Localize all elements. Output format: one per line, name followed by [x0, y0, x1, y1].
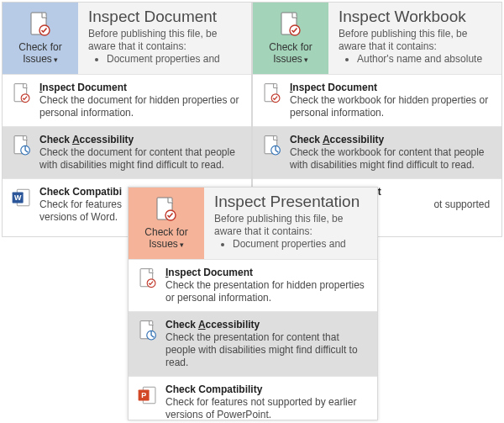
menu-item-desc: Check for features not supported by earl…: [165, 396, 369, 421]
menu-item-desc: Check the presentation for content that …: [165, 331, 369, 369]
accessibility-icon: [137, 320, 159, 341]
header-bullet: Document properties and: [107, 53, 243, 65]
check-for-issues-button[interactable]: Check forIssues▾: [253, 3, 328, 74]
menu-item-desc: Check the document for content that peop…: [39, 146, 243, 172]
menu-item-check-accessibility[interactable]: Check Accessibility Check the presentati…: [129, 311, 377, 376]
powerpoint-panel: Check forIssues▾ Inspect Presentation Be…: [128, 187, 378, 420]
inspect-document-icon: [153, 196, 180, 223]
inspect-document-icon: [137, 267, 159, 289]
chevron-down-icon: ▾: [178, 241, 184, 249]
check-for-issues-button[interactable]: Check forIssues▾: [129, 188, 204, 259]
menu-item-title: Inspect Document: [165, 267, 369, 278]
menu-item-desc: Check the presentation for hidden proper…: [165, 279, 369, 304]
accessibility-icon: [261, 135, 283, 156]
word-app-icon: W: [11, 187, 33, 209]
powerpoint-app-icon: P: [137, 384, 159, 406]
menu-item-inspect-document[interactable]: Inspect Document Check the presentation …: [129, 259, 377, 311]
menu-item-inspect-document[interactable]: Inspect Document Check the workbook for …: [253, 74, 501, 126]
inspect-document-icon: [11, 82, 33, 104]
header-subtitle: Before publishing this file, be aware th…: [214, 213, 369, 238]
header-text: Inspect Presentation Before publishing t…: [204, 188, 377, 259]
svg-text:W: W: [14, 193, 22, 202]
menu-item-inspect-document[interactable]: Inspect Document Check the document for …: [3, 74, 251, 126]
inspect-document-icon: [277, 11, 304, 38]
inspect-document-icon: [261, 82, 283, 104]
header-title: Inspect Presentation: [214, 193, 369, 211]
header-title: Inspect Workbook: [339, 8, 493, 26]
menu-item-title: Check Compatibility: [165, 383, 369, 395]
header-text: Inspect Document Before publishing this …: [78, 3, 251, 74]
menu-item-title: Inspect Document: [290, 82, 493, 93]
menu-item-title: Inspect Document: [39, 82, 243, 93]
svg-text:P: P: [141, 391, 146, 399]
inspect-document-icon: [27, 11, 54, 38]
check-for-issues-button[interactable]: Check forIssues▾: [3, 3, 78, 74]
header-title: Inspect Document: [88, 8, 243, 26]
menu-item-title: Check Accessibility: [165, 319, 369, 330]
header-text: Inspect Workbook Before publishing this …: [328, 3, 501, 74]
header-bullet: Document properties and: [233, 238, 369, 250]
chevron-down-icon: ▾: [302, 56, 308, 64]
accessibility-icon: [11, 135, 33, 156]
menu-item-desc: Check the workbook for content that peop…: [290, 146, 493, 172]
header-subtitle: Before publishing this file, be aware th…: [339, 28, 493, 53]
menu-item-desc: Check the workbook for hidden properties…: [290, 94, 493, 119]
menu-item-check-compatibility[interactable]: P Check Compatibility Check for features…: [129, 376, 377, 423]
menu-item-title: Check Accessibility: [290, 134, 493, 145]
menu-item-desc: Check the document for hidden properties…: [39, 94, 243, 119]
menu-item-check-accessibility[interactable]: Check Accessibility Check the document f…: [3, 126, 251, 178]
header-bullet: Author's name and absolute: [357, 53, 493, 65]
header-subtitle: Before publishing this file, be aware th…: [88, 28, 243, 53]
menu-item-check-accessibility[interactable]: Check Accessibility Check the workbook f…: [253, 126, 501, 178]
chevron-down-icon: ▾: [52, 56, 58, 64]
menu-item-title: Check Accessibility: [39, 134, 243, 145]
